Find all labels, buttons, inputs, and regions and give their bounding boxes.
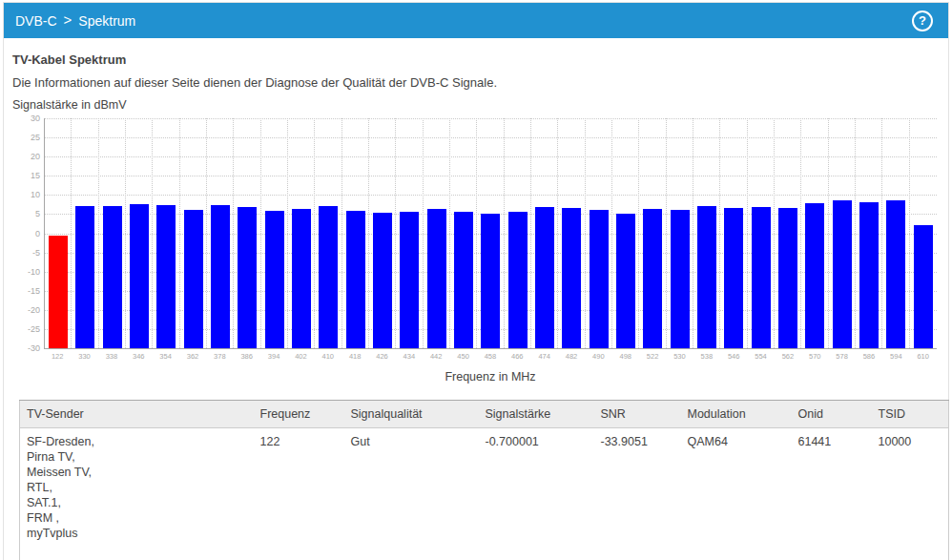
x-tick-label: 498: [612, 349, 639, 361]
y-tick-label: -10: [28, 267, 40, 277]
y-tick-label: -30: [28, 343, 40, 353]
x-tick-label: 402: [287, 349, 314, 361]
bar-slot: [180, 118, 207, 348]
x-tick-label: 378: [206, 349, 233, 361]
breadcrumb-section[interactable]: DVB-C: [15, 13, 57, 29]
bar-402: [292, 209, 311, 348]
y-tick-label: 10: [31, 190, 40, 199]
x-tick-label: 434: [396, 349, 423, 361]
bar-slot: [775, 118, 801, 348]
plot-wrapper: 1223303383463543623783863944024104184264…: [44, 118, 937, 361]
channel-table: TV-SenderFrequenzSignalqualitätSignalstä…: [19, 400, 949, 560]
bar-slot: [153, 118, 179, 348]
x-tick-label: 562: [775, 349, 801, 361]
x-tick-label: 586: [856, 349, 882, 361]
y-tick-label: 5: [35, 209, 40, 218]
bar-354: [156, 205, 176, 348]
breadcrumb-page: Spektrum: [78, 13, 135, 29]
tv-sender-line: FRM ,: [27, 510, 247, 526]
bar-slot: [910, 118, 937, 348]
help-button[interactable]: ?: [912, 10, 933, 31]
bar-394: [265, 211, 284, 348]
x-tick-label: 450: [449, 349, 476, 361]
bar-594: [886, 200, 905, 348]
bar-410: [319, 206, 338, 348]
bar-578: [833, 200, 852, 348]
bar-slot: [261, 118, 288, 348]
y-tick-label: 0: [35, 229, 40, 239]
table-row: SF-Dresden,Pirna TV,Meissen TV,RTL,SAT.1…: [20, 428, 949, 560]
x-tick-label: 594: [882, 349, 909, 361]
column-header: Frequenz: [254, 401, 344, 428]
column-header: Modulation: [681, 401, 792, 428]
bar-slot: [477, 118, 504, 348]
bar-330: [75, 206, 94, 348]
x-tick-label: 346: [125, 349, 152, 361]
plot-area: [44, 118, 937, 349]
table-cell: -0.700001: [479, 428, 594, 560]
column-header: TV-Sender: [20, 401, 254, 428]
x-tick-label: 466: [504, 349, 530, 361]
page-title: TV-Kabel Spektrum: [12, 52, 937, 67]
x-tick-label: 442: [423, 349, 449, 361]
table-cell: SF-Dresden,Pirna TV,Meissen TV,RTL,SAT.1…: [20, 428, 254, 560]
x-tick-label: 386: [234, 349, 260, 361]
bar-346: [130, 204, 149, 348]
x-tick-label: 394: [260, 349, 287, 361]
bar-slot: [126, 118, 153, 348]
y-axis-tick-labels: 302520151050-5-10-15-20-25-30: [12, 118, 44, 348]
question-icon: ?: [919, 13, 926, 28]
bar-slot: [72, 118, 98, 348]
y-tick-label: -5: [32, 248, 40, 258]
x-tick-label: 418: [341, 349, 368, 361]
bar-522: [643, 209, 662, 348]
bar-slot: [396, 118, 423, 348]
bar-slot: [369, 118, 396, 348]
bar-slot: [424, 118, 450, 348]
x-tick-label: 122: [44, 349, 71, 361]
x-tick-label: 474: [530, 349, 557, 361]
bar-slot: [829, 118, 856, 348]
bar-450: [454, 212, 473, 348]
x-tick-label: 538: [693, 349, 720, 361]
x-tick-label: 426: [368, 349, 395, 361]
tv-sender-line: RTL,: [27, 480, 247, 495]
table-cell: 10000: [872, 428, 949, 560]
bar-610: [914, 225, 933, 348]
x-tick-label: 482: [558, 349, 585, 361]
bar-slot: [667, 118, 693, 348]
table-cell: 122: [254, 428, 344, 560]
bar-slot: [234, 118, 260, 348]
tv-sender-line: SF-Dresden,: [27, 434, 247, 449]
bar-442: [427, 209, 446, 348]
bar-slot: [612, 118, 639, 348]
y-tick-label: 15: [31, 171, 40, 180]
bar-slot: [693, 118, 720, 348]
x-tick-label: 362: [179, 349, 206, 361]
page-container: DVB-C > Spektrum ? TV-Kabel Spektrum Die…: [3, 2, 949, 560]
x-tick-label: 570: [801, 349, 828, 361]
bar-466: [508, 212, 528, 348]
bar-slot: [505, 118, 531, 348]
table-cell: -33.9051: [594, 428, 681, 560]
x-tick-label: 530: [666, 349, 693, 361]
breadcrumb: DVB-C > Spektrum: [15, 12, 135, 29]
y-tick-label: 25: [31, 133, 40, 142]
chart-y-axis-title: Signalstärke in dBmV: [12, 98, 937, 112]
header-bar: DVB-C > Spektrum ?: [4, 3, 948, 38]
y-tick-label: -25: [28, 324, 40, 334]
chart-x-axis-title: Frequenz in MHz: [44, 370, 937, 384]
bar-slot: [720, 118, 747, 348]
bar-slot: [450, 118, 477, 348]
table-cell: Gut: [344, 428, 479, 560]
spectrum-chart: 302520151050-5-10-15-20-25-30 1223303383…: [12, 118, 937, 361]
bar-slot: [207, 118, 234, 348]
column-header: Onid: [792, 401, 872, 428]
bar-530: [671, 210, 690, 348]
bar-554: [752, 207, 771, 348]
bar-386: [238, 207, 257, 348]
bar-586: [859, 202, 879, 348]
bar-490: [590, 210, 609, 348]
y-tick-label: -15: [28, 286, 40, 296]
page-description: Die Informationen auf dieser Seite diene…: [12, 75, 937, 90]
